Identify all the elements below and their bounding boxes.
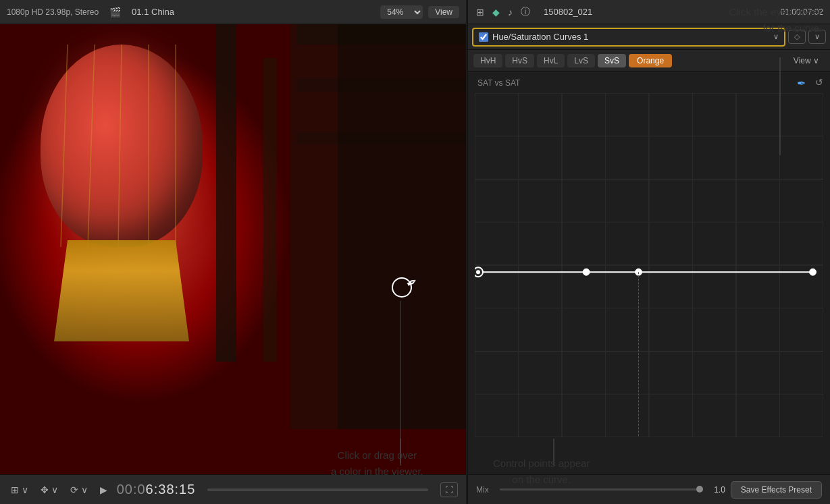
timeline-icon-btn[interactable]: ⊞	[475, 5, 486, 19]
info-icon-btn[interactable]: ⓘ	[519, 5, 531, 20]
svg-point-33	[476, 270, 480, 274]
svg-line-0	[61, 45, 68, 247]
tab-lvs[interactable]: LvS	[567, 54, 595, 67]
scrubber[interactable]	[207, 488, 428, 491]
keyframe-diamond-btn[interactable]: ◇	[788, 30, 806, 44]
video-info: 1080p HD 23.98p, Stereo	[7, 7, 99, 17]
zoom-select[interactable]: 54% 100% Fit	[380, 5, 423, 19]
color-topbar: ⊞ ◆ ♪ ⓘ 150802_021 01:00:07:02	[468, 0, 830, 24]
timecode-prefix: 00:0	[117, 482, 146, 497]
viewer-canvas: ✒	[0, 24, 466, 474]
view-button[interactable]: View	[428, 6, 459, 18]
play-button[interactable]: ▶	[97, 483, 110, 497]
mix-label: Mix	[476, 485, 489, 495]
mix-value: 1.0	[714, 485, 725, 495]
effect-dropdown-container: Hue/Saturation Curves 1 ∨	[472, 28, 785, 47]
tab-svs[interactable]: SvS	[598, 54, 626, 67]
tab-hvs[interactable]: HvS	[505, 54, 534, 67]
audio-icon-btn[interactable]: ♪	[507, 5, 514, 19]
effect-name: Hue/Saturation Curves 1	[492, 32, 769, 42]
layout-button[interactable]: ⊞ ∨	[8, 483, 31, 497]
film-icon: 🎬	[109, 7, 121, 18]
curve-tabs: HvH HvS HvL LvS SvS Orange View ∨	[468, 50, 830, 72]
viewer-topbar: 1080p HD 23.98p, Stereo 🎬 01.1 China 54%…	[0, 0, 466, 24]
fullscreen-button[interactable]: ⛶	[440, 482, 458, 497]
color-icon-btn[interactable]: ◆	[491, 5, 501, 19]
viewer-topbar-right: 54% 100% Fit View	[380, 5, 459, 19]
timecode: 00:06:38:15	[117, 482, 196, 497]
lantern-body	[41, 45, 203, 247]
curve-eyedropper-btn[interactable]: ✒	[797, 77, 806, 90]
curve-grid-svg	[475, 93, 823, 437]
curve-area: SAT vs SAT ✒ ↺	[468, 72, 830, 474]
effect-chevron: ∨	[773, 32, 779, 41]
curve-view-dropdown[interactable]: View ∨	[788, 55, 825, 67]
curve-label: SAT vs SAT	[477, 78, 520, 88]
speed-button[interactable]: ⟳ ∨	[68, 483, 90, 497]
viewer-controls: ⊞ ∨ ✥ ∨ ⟳ ∨ ▶ 00:06:38:15 ⛶	[0, 474, 466, 504]
clip-name: 01.1 China	[132, 7, 174, 17]
effect-row: Hue/Saturation Curves 1 ∨ ◇ ∨	[468, 24, 830, 50]
clip-filename: 150802_021	[544, 7, 592, 17]
svg-point-34	[583, 269, 590, 275]
transform-button[interactable]: ✥ ∨	[38, 483, 61, 497]
svg-point-36	[810, 269, 816, 275]
effect-checkbox[interactable]	[479, 32, 488, 42]
color-panel: ⊞ ◆ ♪ ⓘ 150802_021 01:00:07:02 Hue/Satur…	[467, 0, 830, 504]
curve-reset-btn[interactable]: ↺	[815, 77, 823, 88]
save-effects-preset-button[interactable]: Save Effects Preset	[731, 481, 822, 499]
color-topbar-icons: ⊞ ◆ ♪ ⓘ	[475, 5, 531, 20]
eyedropper-cursor: ✒	[392, 274, 425, 308]
effect-options-btn[interactable]: ∨	[808, 30, 826, 44]
bottom-row: Mix 1.0 Save Effects Preset	[468, 474, 830, 504]
tab-hvl[interactable]: HvL	[537, 54, 565, 67]
lantern-fringe	[54, 240, 189, 341]
viewer-panel: 1080p HD 23.98p, Stereo 🎬 01.1 China 54%…	[0, 0, 466, 504]
svg-line-1	[88, 45, 95, 247]
svg-line-2	[118, 45, 122, 247]
mix-slider[interactable]	[500, 488, 703, 491]
tab-hvh[interactable]: HvH	[473, 54, 502, 67]
tab-orange[interactable]: Orange	[629, 54, 672, 67]
panel-timecode: 01:00:07:02	[781, 7, 823, 17]
